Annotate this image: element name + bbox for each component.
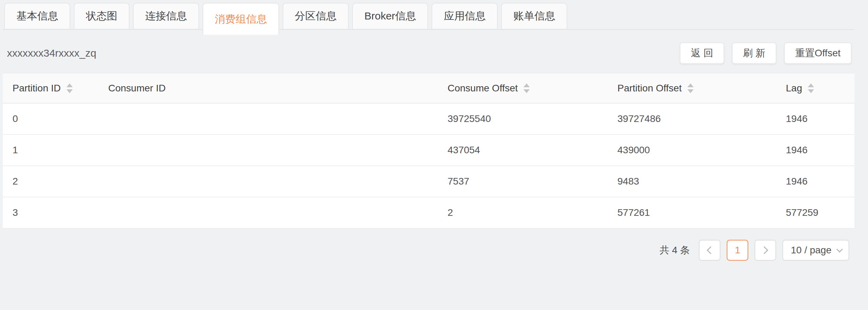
chevron-down-icon [836, 246, 843, 252]
pagination-total: 共 4 条 [660, 244, 690, 257]
cell-partition-offset: 439000 [608, 145, 776, 156]
chevron-right-icon [760, 246, 768, 254]
sort-control[interactable] [687, 83, 694, 93]
sort-caret-up-icon [523, 83, 530, 87]
chevron-left-icon [707, 246, 715, 254]
cell-partition-id: 2 [3, 176, 98, 187]
column-header-lag: Lag [776, 83, 854, 94]
prev-page-button[interactable] [699, 240, 720, 261]
tab-consumer-group-info[interactable]: 消费组信息 [203, 3, 279, 35]
column-header-consumer-id: Consumer ID [98, 83, 438, 94]
table-row: 3 2 577261 577259 [3, 197, 854, 229]
cell-partition-offset: 577261 [608, 207, 776, 218]
tab-connection-info[interactable]: 连接信息 [133, 3, 199, 30]
column-label: Partition Offset [617, 83, 682, 94]
consumer-group-table: Partition ID Consumer ID Consume Offset [3, 74, 854, 229]
column-label: Lag [786, 83, 802, 94]
cell-consume-offset: 2 [438, 207, 608, 218]
tab-basic-info[interactable]: 基本信息 [4, 3, 70, 30]
sort-caret-up-icon [66, 83, 73, 87]
pagination: 共 4 条 1 10 / page [0, 240, 868, 261]
toolbar: xxxxxxx34rxxxx_zq 返 回 刷 新 重置Offset [0, 38, 868, 68]
column-header-partition-id: Partition ID [3, 83, 98, 94]
cell-partition-id: 1 [3, 145, 98, 156]
sort-control[interactable] [66, 83, 73, 93]
table-header-row: Partition ID Consumer ID Consume Offset [3, 74, 854, 104]
page-size-select[interactable]: 10 / page [782, 240, 849, 261]
column-label: Partition ID [13, 83, 61, 94]
table-row: 1 437054 439000 1946 [3, 135, 854, 166]
tab-billing-info[interactable]: 账单信息 [501, 3, 567, 30]
cell-lag: 577259 [776, 207, 854, 218]
column-header-partition-offset: Partition Offset [608, 83, 776, 94]
table-body: 0 39725540 39727486 1946 1 437054 439000… [3, 104, 854, 229]
column-label: Consumer ID [108, 83, 166, 94]
tab-broker-info[interactable]: Broker信息 [352, 3, 428, 30]
tab-app-info[interactable]: 应用信息 [432, 3, 498, 30]
sort-control[interactable] [523, 83, 530, 93]
sort-caret-down-icon [687, 89, 694, 93]
refresh-button[interactable]: 刷 新 [732, 42, 776, 64]
page-size-value: 10 / page [791, 245, 831, 256]
cell-consume-offset: 437054 [438, 145, 608, 156]
cell-partition-offset: 9483 [608, 176, 776, 187]
next-page-button[interactable] [755, 240, 776, 261]
tab-bar: 基本信息 状态图 连接信息 消费组信息 分区信息 Broker信息 应用信息 账… [0, 0, 868, 35]
toolbar-actions: 返 回 刷 新 重置Offset [680, 42, 852, 64]
sort-caret-down-icon [523, 89, 530, 93]
sort-caret-up-icon [687, 83, 694, 87]
page-number-button[interactable]: 1 [727, 240, 748, 261]
back-button[interactable]: 返 回 [680, 42, 724, 64]
cell-partition-offset: 39727486 [608, 113, 776, 124]
sort-caret-down-icon [808, 89, 814, 93]
cell-lag: 1946 [776, 113, 854, 124]
cell-consume-offset: 39725540 [438, 113, 608, 124]
sort-control[interactable] [808, 83, 814, 93]
topic-title: xxxxxxx34rxxxx_zq [7, 47, 96, 59]
column-header-consume-offset: Consume Offset [438, 83, 608, 94]
cell-partition-id: 0 [3, 113, 98, 124]
cell-lag: 1946 [776, 145, 854, 156]
cell-partition-id: 3 [3, 207, 98, 218]
tab-status-chart[interactable]: 状态图 [74, 3, 129, 30]
sort-caret-up-icon [808, 83, 814, 87]
cell-lag: 1946 [776, 176, 854, 187]
consumer-group-page: 基本信息 状态图 连接信息 消费组信息 分区信息 Broker信息 应用信息 账… [0, 0, 868, 310]
reset-offset-button[interactable]: 重置Offset [784, 42, 852, 64]
cell-consume-offset: 7537 [438, 176, 608, 187]
table-header: Partition ID Consumer ID Consume Offset [3, 74, 854, 104]
table-row: 0 39725540 39727486 1946 [3, 104, 854, 135]
table-row: 2 7537 9483 1946 [3, 166, 854, 197]
tab-partition-info[interactable]: 分区信息 [283, 3, 349, 30]
column-label: Consume Offset [448, 83, 518, 94]
sort-caret-down-icon [66, 89, 73, 93]
